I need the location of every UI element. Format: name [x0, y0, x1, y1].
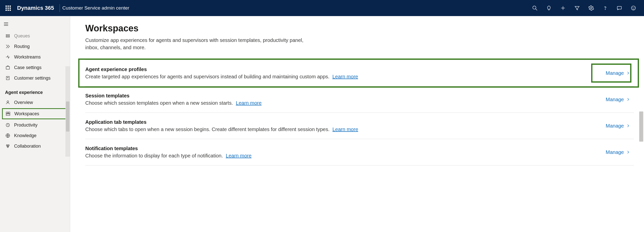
manage-button[interactable]: Manage — [602, 68, 634, 79]
card-description: Create targeted app experiences for agen… — [85, 74, 358, 80]
settings-button[interactable] — [585, 2, 598, 14]
sidebar-section-header: Agent experience — [0, 83, 70, 97]
waffle-icon — [6, 6, 11, 11]
search-button[interactable] — [528, 2, 541, 14]
sidebar-item-routing[interactable]: Routing — [0, 41, 70, 52]
filter-icon — [574, 5, 580, 11]
learn-more-link[interactable]: Learn more — [236, 100, 262, 106]
svg-point-0 — [533, 6, 536, 9]
sidebar-item-label: Customer settings — [14, 76, 51, 81]
card-description: Choose which session templates open when… — [85, 100, 262, 106]
sidebar-item-label: Collaboration — [14, 144, 41, 149]
manage-button[interactable]: Manage — [602, 121, 634, 131]
svg-rect-14 — [6, 36, 9, 37]
sidebar-nav-top: QueuesRoutingWorkstreamsCase settingsCus… — [0, 31, 70, 83]
lightbulb-icon — [546, 5, 552, 11]
app-launcher[interactable] — [2, 2, 14, 14]
manage-button[interactable]: Manage — [602, 147, 634, 158]
settings-card: Notification templatesChoose the informa… — [85, 139, 634, 165]
sidebar-item-label: Queues — [14, 33, 30, 39]
brand-title[interactable]: Dynamics 365 — [14, 5, 57, 11]
productivity-icon — [5, 122, 11, 128]
sidebar-item-label: Workstreams — [14, 54, 41, 60]
add-button[interactable] — [556, 2, 570, 14]
svg-point-5 — [605, 9, 605, 10]
chevron-right-icon — [626, 71, 630, 75]
svg-rect-19 — [6, 112, 8, 113]
sidebar-toggle[interactable] — [0, 19, 12, 29]
top-actions — [528, 2, 642, 14]
feedback-button[interactable] — [627, 2, 640, 14]
svg-rect-13 — [6, 35, 9, 35]
plus-icon — [560, 5, 566, 11]
sidebar-nav-section: Agent experience — [0, 83, 70, 97]
main-scrollbar-thumb[interactable] — [639, 111, 643, 142]
manage-label: Manage — [606, 97, 624, 102]
card-description: Choose the information to display for ea… — [85, 153, 252, 159]
card-title: Notification templates — [85, 146, 252, 151]
card-title: Application tab templates — [85, 119, 358, 125]
customer-icon — [5, 75, 11, 81]
sidebar-item-custsett[interactable]: Customer settings — [0, 73, 70, 83]
learn-more-link[interactable]: Learn more — [226, 153, 252, 158]
svg-point-24 — [6, 145, 8, 146]
help-icon — [602, 5, 608, 11]
svg-line-1 — [536, 9, 537, 10]
sidebar-item-label: Overview — [14, 100, 33, 105]
sidebar-item-knowledge[interactable]: Knowledge — [0, 130, 70, 141]
ideas-button[interactable] — [542, 2, 555, 14]
cards-list: Agent experience profilesCreate targeted… — [85, 60, 634, 165]
sidebar-item-overview[interactable]: Overview — [0, 97, 70, 108]
manage-button[interactable]: Manage — [602, 94, 634, 105]
sidebar-scrollbar-thumb[interactable] — [66, 101, 69, 132]
chevron-right-icon — [626, 150, 630, 154]
sidebar-item-label: Routing — [14, 44, 30, 49]
gear-icon — [588, 5, 594, 11]
sidebar-item-productivity[interactable]: Productivity — [0, 120, 70, 130]
svg-rect-15 — [6, 67, 9, 69]
settings-card: Agent experience profilesCreate targeted… — [85, 60, 634, 86]
svg-rect-21 — [6, 114, 10, 115]
svg-point-7 — [631, 6, 636, 10]
case-icon — [5, 65, 11, 70]
knowledge-icon — [5, 133, 11, 138]
app-name: Customer Service admin center — [62, 5, 129, 11]
svg-point-4 — [590, 7, 592, 9]
sidebar-item-collaboration[interactable]: Collaboration — [0, 141, 70, 151]
chevron-right-icon — [626, 98, 630, 101]
person-icon — [5, 100, 11, 105]
sidebar-item-label: Productivity — [14, 123, 37, 128]
learn-more-link[interactable]: Learn more — [333, 127, 358, 132]
workspaces-icon — [5, 111, 11, 117]
manage-label: Manage — [606, 70, 624, 76]
smiley-icon — [631, 5, 636, 11]
sidebar-item-label: Case settings — [14, 65, 42, 70]
learn-more-link[interactable]: Learn more — [332, 74, 358, 79]
brand-divider — [60, 4, 60, 12]
sidebar-item-workspaces[interactable]: Workspaces — [2, 108, 68, 119]
help-button[interactable] — [599, 2, 612, 14]
chevron-right-icon — [626, 124, 630, 128]
svg-rect-6 — [617, 7, 622, 9]
manage-label: Manage — [606, 149, 624, 155]
sidebar-item-label: Knowledge — [14, 133, 36, 138]
sidebar: QueuesRoutingWorkstreamsCase settingsCus… — [0, 16, 70, 232]
sidebar-item-casesett[interactable]: Case settings — [0, 62, 70, 73]
sidebar-scrollbar[interactable] — [65, 66, 70, 157]
page-subtitle: Customize app experiences for agents and… — [85, 37, 307, 51]
sidebar-item-queues[interactable]: Queues — [0, 31, 70, 41]
card-title: Session templates — [85, 93, 262, 99]
svg-point-9 — [634, 8, 634, 8]
settings-card: Session templatesChoose which session te… — [85, 86, 634, 113]
queue-icon — [5, 33, 11, 39]
sidebar-item-workstr[interactable]: Workstreams — [0, 52, 70, 62]
svg-point-18 — [7, 101, 9, 102]
top-bar: Dynamics 365 Customer Service admin cent… — [0, 0, 644, 16]
main-scrollbar[interactable] — [638, 111, 644, 162]
svg-point-17 — [7, 77, 8, 78]
filter-button[interactable] — [571, 2, 584, 14]
chat-button[interactable] — [613, 2, 626, 14]
collab-icon — [5, 143, 11, 149]
card-title: Agent experience profiles — [85, 67, 358, 72]
workstreams-icon — [5, 54, 11, 60]
